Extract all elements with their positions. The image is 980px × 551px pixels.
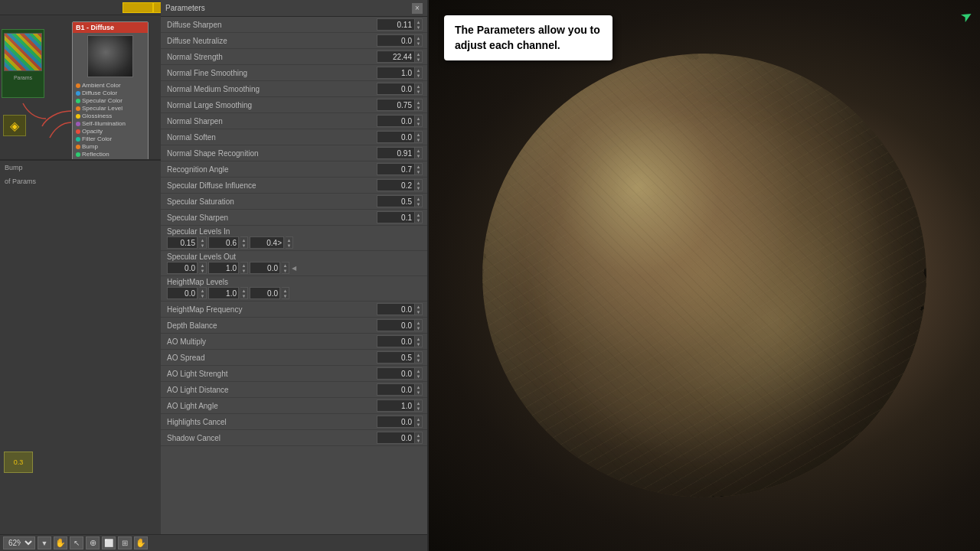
ctrl-diffuse-neutralize[interactable]: ▲▼	[377, 34, 423, 47]
input-slo-1[interactable]	[167, 262, 198, 274]
spin-diffuse-neutralize[interactable]: ▲▼	[415, 34, 423, 47]
spin-ao-light-distance[interactable]: ▲▼	[415, 383, 423, 396]
ctrl-highlights-cancel[interactable]: ▲▼	[377, 416, 423, 428]
green-node-label: Params	[2, 74, 44, 81]
spin-slo-3[interactable]: ▲▼	[282, 262, 289, 274]
spin-highlights-cancel[interactable]: ▲▼	[415, 416, 423, 428]
input-normal-strength[interactable]	[377, 51, 415, 63]
ctrl-normal-large-smoothing[interactable]: ▲▼	[377, 99, 423, 111]
spin-ao-light-strength[interactable]: ▲▼	[415, 367, 423, 380]
zoom-select[interactable]: 62% 100% 50%	[3, 536, 35, 549]
main-node-block[interactable]: B1 - Diffuse Ambient Color Diffuse Color	[72, 21, 149, 161]
input-hml-1[interactable]	[167, 287, 198, 299]
input-hml-3[interactable]	[250, 287, 280, 299]
ctrl-shadow-cancel[interactable]: ▲▼	[377, 432, 423, 444]
spin-normal-medium-smoothing[interactable]: ▲▼	[415, 83, 423, 95]
input-ao-spread[interactable]	[377, 351, 415, 364]
node-thumbnail	[87, 35, 133, 77]
input-diffuse-neutralize[interactable]	[377, 34, 415, 47]
spin-slo-1[interactable]: ▲▼	[199, 262, 207, 274]
input-specular-diffuse-influence[interactable]	[377, 179, 415, 191]
spin-specular-saturation[interactable]: ▲▼	[415, 195, 423, 207]
close-button[interactable]: ×	[412, 3, 423, 14]
input-depth-balance[interactable]	[377, 319, 415, 331]
toolbar-select-icon[interactable]: ↖	[70, 536, 83, 549]
ctrl-specular-sharpen[interactable]: ▲▼	[377, 211, 423, 223]
spin-recognition-angle[interactable]: ▲▼	[415, 163, 423, 175]
ctrl-normal-shape-recognition[interactable]: ▲▼	[377, 147, 423, 159]
input-sli-3[interactable]	[250, 236, 284, 249]
input-normal-fine-smoothing[interactable]	[377, 67, 415, 79]
spin-diffuse-sharpen[interactable]: ▲▼	[415, 18, 423, 31]
label-diffuse-sharpen: Diffuse Sharpen	[167, 21, 377, 29]
spin-heightmap-frequency[interactable]: ▲▼	[415, 303, 423, 315]
input-sli-1[interactable]	[167, 236, 198, 249]
spin-slo-2[interactable]: ▲▼	[240, 262, 248, 274]
ctrl-recognition-angle[interactable]: ▲▼	[377, 163, 423, 175]
spin-hml-3[interactable]: ▲▼	[282, 287, 289, 299]
input-label-diffuse: Diffuse Color	[82, 90, 117, 96]
spin-sli-1[interactable]: ▲▼	[199, 236, 207, 249]
green-node-block: Params	[2, 29, 44, 98]
input-diffuse-sharpen[interactable]	[377, 18, 415, 31]
input-specular-sharpen[interactable]	[377, 211, 415, 223]
toolbar-grid-icon[interactable]: ⊞	[118, 536, 132, 549]
input-slo-3[interactable]	[250, 262, 280, 274]
ctrl-ao-light-strength[interactable]: ▲▼	[377, 367, 423, 380]
ctrl-diffuse-sharpen[interactable]: ▲▼	[377, 18, 423, 31]
spin-depth-balance[interactable]: ▲▼	[415, 319, 423, 331]
input-shadow-cancel[interactable]	[377, 432, 415, 444]
ctrl-normal-medium-smoothing[interactable]: ▲▼	[377, 83, 423, 95]
ctrl-normal-strength[interactable]: ▲▼	[377, 51, 423, 63]
spin-hml-2[interactable]: ▲▼	[240, 287, 248, 299]
toolbar-hand-icon[interactable]: ✋	[54, 536, 67, 549]
input-specular-saturation[interactable]	[377, 195, 415, 207]
input-ao-light-distance[interactable]	[377, 383, 415, 396]
spin-normal-shape-recognition[interactable]: ▲▼	[415, 147, 423, 159]
toolbar-rect-icon[interactable]: ⬜	[102, 536, 116, 549]
ctrl-ao-light-distance[interactable]: ▲▼	[377, 383, 423, 396]
ctrl-ao-light-angle[interactable]: ▲▼	[377, 399, 423, 412]
ctrl-specular-diffuse-influence[interactable]: ▲▼	[377, 179, 423, 191]
ctrl-depth-balance[interactable]: ▲▼	[377, 319, 423, 331]
ctrl-normal-soften[interactable]: ▲▼	[377, 131, 423, 143]
spin-normal-large-smoothing[interactable]: ▲▼	[415, 99, 423, 111]
ctrl-specular-saturation[interactable]: ▲▼	[377, 195, 423, 207]
spin-specular-diffuse-influence[interactable]: ▲▼	[415, 179, 423, 191]
spin-normal-strength[interactable]: ▲▼	[415, 51, 423, 63]
input-sli-2[interactable]	[208, 236, 239, 249]
input-ao-multiply[interactable]	[377, 335, 415, 347]
spin-hml-1[interactable]: ▲▼	[199, 287, 207, 299]
resize-handle[interactable]: ◀	[291, 262, 297, 274]
input-normal-soften[interactable]	[377, 131, 415, 143]
ctrl-ao-spread[interactable]: ▲▼	[377, 351, 423, 364]
spin-shadow-cancel[interactable]: ▲▼	[415, 432, 423, 444]
spin-normal-sharpen[interactable]: ▲▼	[415, 115, 423, 127]
ctrl-heightmap-frequency[interactable]: ▲▼	[377, 303, 423, 315]
spin-ao-light-angle[interactable]: ▲▼	[415, 399, 423, 412]
toolbar-arrow-icon[interactable]: ▼	[38, 536, 51, 549]
toolbar-plus-icon[interactable]: ⊕	[86, 536, 100, 549]
ctrl-ao-multiply[interactable]: ▲▼	[377, 335, 423, 347]
spin-sli-2[interactable]: ▲▼	[240, 236, 248, 249]
input-slo-2[interactable]	[208, 262, 239, 274]
input-hml-2[interactable]	[208, 287, 239, 299]
spin-normal-soften[interactable]: ▲▼	[415, 131, 423, 143]
ctrl-normal-fine-smoothing[interactable]: ▲▼	[377, 67, 423, 79]
input-ao-light-angle[interactable]	[377, 399, 415, 412]
toolbar-pan-icon[interactable]: ✋	[134, 536, 148, 549]
spin-specular-sharpen[interactable]: ▲▼	[415, 211, 423, 223]
spin-normal-fine-smoothing[interactable]: ▲▼	[415, 67, 423, 79]
input-highlights-cancel[interactable]	[377, 416, 415, 428]
input-recognition-angle[interactable]	[377, 163, 415, 175]
input-normal-medium-smoothing[interactable]	[377, 83, 415, 95]
input-ao-light-strength[interactable]	[377, 367, 415, 380]
input-heightmap-frequency[interactable]	[377, 303, 415, 315]
input-normal-large-smoothing[interactable]	[377, 99, 415, 111]
spin-sli-3[interactable]: ▲▼	[286, 236, 293, 249]
spin-ao-spread[interactable]: ▲▼	[415, 351, 423, 364]
spin-ao-multiply[interactable]: ▲▼	[415, 335, 423, 347]
input-normal-sharpen[interactable]	[377, 115, 415, 127]
input-normal-shape-recognition[interactable]	[377, 147, 415, 159]
ctrl-normal-sharpen[interactable]: ▲▼	[377, 115, 423, 127]
